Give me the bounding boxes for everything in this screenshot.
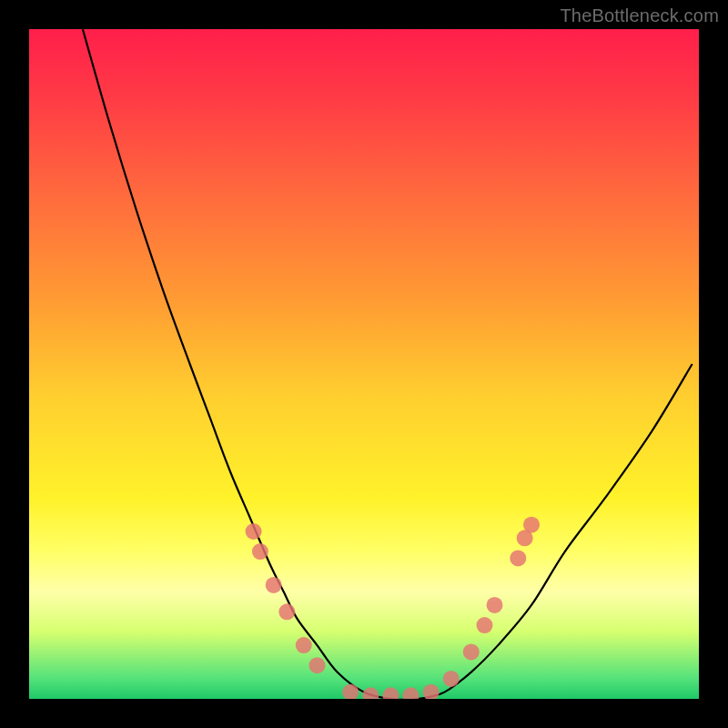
curve-marker [423,684,440,699]
curve-marker [362,687,379,699]
watermark-text: TheBottleneck.com [560,5,719,26]
curve-marker [246,523,262,540]
chart-svg [29,29,699,699]
curve-marker [403,687,420,699]
curve-marker [382,687,399,699]
chart-frame: TheBottleneck.com [0,0,728,728]
curve-marker [510,550,526,566]
curve-marker [463,643,480,660]
curve-marker [342,684,359,699]
curve-marker [443,671,460,687]
curve-marker [476,617,492,633]
curve-marker [278,603,295,620]
curve-marker [266,577,282,593]
bottleneck-curve [83,29,693,699]
curve-marker [487,597,503,613]
curve-marker [523,517,540,533]
plot-area [29,29,699,699]
curve-marker [308,657,325,673]
curve-marker [296,637,312,653]
curve-marker [252,543,268,560]
marker-group [246,517,540,699]
